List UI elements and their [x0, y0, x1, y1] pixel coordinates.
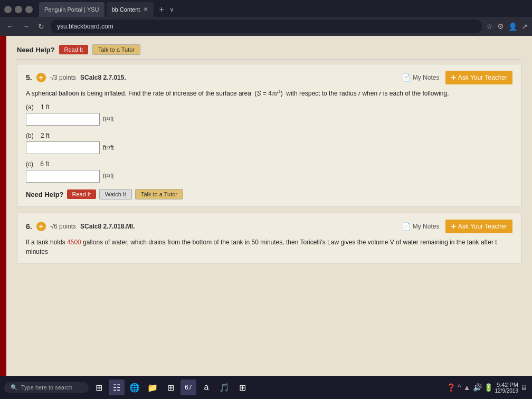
tray-network-icon[interactable]: ▲ — [463, 383, 471, 392]
tray-time-display: 9:42 PM 12/9/2019 — [495, 382, 519, 394]
question-5-need-help-bar: Need Help? Read It Watch It Talk to a Tu… — [26, 189, 512, 200]
main-content: Need Help? Read It Talk to a Tutor 5. + … — [6, 36, 532, 376]
question-6-section: 6. + -/6 points SCalc8 2.7.018.MI. 📄 My … — [17, 213, 521, 263]
part-c-input[interactable] — [26, 170, 100, 183]
question-5-number: 5. — [26, 73, 32, 82]
question-5-header: 5. + -/3 points SCalc8 2.7.015. 📄 My Not… — [26, 71, 512, 84]
part-c-unit: ft²/ft — [103, 173, 114, 180]
maximize-icon[interactable] — [15, 6, 22, 13]
close-icon[interactable] — [25, 6, 33, 13]
settings-icon[interactable]: ⚙ — [497, 22, 504, 31]
question-6-plus-icon: + — [36, 222, 46, 231]
question-5-ask-teacher-button[interactable]: + Ask Your Teacher — [445, 71, 512, 84]
refresh-button[interactable]: ↻ — [36, 21, 46, 32]
top-talk-to-tutor-button[interactable]: Talk to a Tutor — [92, 44, 140, 55]
gallons-highlight: 4500 — [67, 239, 81, 246]
question-6-problem-text: If a tank holds 4500 gallons of water, w… — [26, 238, 512, 256]
question-6-my-notes-button[interactable]: 📄 My Notes — [402, 222, 440, 231]
part-b-unit: ft²/ft — [103, 144, 114, 151]
notes-icon: 📄 — [402, 73, 411, 82]
part-c-input-row: ft²/ft — [26, 170, 512, 183]
user-icon[interactable]: 👤 — [508, 22, 517, 31]
question-5-talk-to-tutor-button[interactable]: Talk to a Tutor — [135, 189, 183, 200]
url-bar[interactable] — [51, 20, 482, 33]
forward-button[interactable]: → — [20, 21, 32, 32]
tray-battery-icon[interactable]: 🔋 — [484, 383, 493, 392]
question-5-actions: 📄 My Notes + Ask Your Teacher — [402, 71, 512, 84]
tab-close-icon[interactable]: ✕ — [143, 6, 148, 13]
tab-penguin-portal[interactable]: Penguin Portal | YSU — [39, 2, 104, 17]
minimize-icon[interactable] — [4, 6, 12, 13]
question-6-number-row: 6. + -/6 points SCalc8 2.7.018.MI. — [26, 222, 135, 231]
tab-bar: Penguin Portal | YSU bb Content ✕ + ∨ — [0, 0, 532, 17]
back-button[interactable]: ← — [4, 21, 16, 32]
taskbar-icon-music[interactable]: 🎵 — [216, 379, 232, 395]
part-b-input-row: ft²/ft — [26, 141, 512, 154]
browser-toolbar-icons: ☆ ⚙ 👤 ↗ — [486, 22, 528, 31]
question-6-ask-teacher-label: Ask Your Teacher — [458, 223, 507, 230]
top-read-it-button[interactable]: Read It — [59, 45, 88, 54]
question-5-points: -/3 points — [50, 74, 76, 81]
question-6-problem-id: SCalc8 2.7.018.MI. — [80, 223, 135, 230]
question-5-part-c: (c) 6 ft ft²/ft — [26, 160, 512, 183]
question-5-part-b: (b) 2 ft ft²/ft — [26, 132, 512, 154]
tab-label-penguin: Penguin Portal | YSU — [44, 6, 99, 13]
ask-teacher-plus-icon-6: + — [451, 222, 455, 231]
question-5-section: 5. + -/3 points SCalc8 2.7.015. 📄 My Not… — [17, 64, 521, 206]
question-5-watch-it-button[interactable]: Watch It — [99, 189, 132, 200]
question-6-actions: 📄 My Notes + Ask Your Teacher — [402, 220, 512, 233]
part-a-input[interactable] — [26, 113, 100, 126]
star-icon[interactable]: ☆ — [486, 22, 493, 31]
question-5-number-row: 5. + -/3 points SCalc8 2.7.015. — [26, 73, 126, 82]
tab-content[interactable]: bb Content ✕ — [107, 2, 154, 17]
search-placeholder: Type here to search — [21, 384, 72, 391]
tab-chevron[interactable]: ∨ — [169, 6, 174, 13]
share-icon[interactable]: ↗ — [521, 22, 528, 31]
question-5-part-a: (a) 1 ft ft²/ft — [26, 103, 512, 126]
notes-icon-6: 📄 — [402, 222, 411, 231]
taskbar-icon-grid[interactable]: ⊞ — [234, 379, 250, 395]
tray-chevron-icon[interactable]: ^ — [458, 383, 461, 392]
tray-question-icon[interactable]: ❓ — [446, 383, 455, 392]
question-6-notes-label: My Notes — [413, 223, 440, 230]
window-controls — [4, 6, 33, 13]
tray-date: 12/9/2019 — [495, 388, 519, 394]
taskbar-search-box[interactable]: 🔍 Type here to search — [4, 382, 89, 393]
taskbar-edge-icon[interactable]: 🌐 — [127, 379, 142, 395]
tab-label-content: bb Content — [112, 6, 140, 13]
part-a-unit: ft²/ft — [103, 116, 114, 123]
question-6-header: 6. + -/6 points SCalc8 2.7.018.MI. 📄 My … — [26, 220, 512, 233]
question-5-problem-id: SCalc8 2.7.015. — [80, 74, 126, 81]
taskbar-icon-a[interactable]: a — [198, 379, 214, 395]
question-6-points: -/6 points — [50, 223, 76, 230]
new-tab-button[interactable]: + — [156, 5, 167, 14]
question-5-ask-teacher-label: Ask Your Teacher — [458, 74, 507, 81]
top-need-help-bar: Need Help? Read It Talk to a Tutor — [17, 40, 521, 60]
address-bar-row: ← → ↻ ☆ ⚙ 👤 ↗ — [0, 17, 532, 36]
question-5-notes-label: My Notes — [413, 74, 440, 81]
question-6-ask-teacher-button[interactable]: + Ask Your Teacher — [445, 220, 512, 233]
taskbar-start-button[interactable]: ⊞ — [91, 379, 107, 395]
taskbar-icon-67[interactable]: 67 — [180, 379, 196, 395]
part-b-label: (b) 2 ft — [26, 132, 512, 139]
tray-notification-icon[interactable]: 🖥 — [520, 383, 528, 392]
question-5-problem-text: A spherical balloon is being inflated. F… — [26, 89, 512, 98]
question-6-number: 6. — [26, 222, 32, 231]
taskbar-task-view[interactable]: ☷ — [109, 379, 125, 395]
part-c-label: (c) 6 ft — [26, 160, 512, 168]
question-5-my-notes-button[interactable]: 📄 My Notes — [402, 73, 440, 82]
part-b-input[interactable] — [26, 141, 100, 154]
question-5-read-it-button[interactable]: Read It — [67, 189, 96, 199]
tray-volume-icon[interactable]: 🔊 — [473, 383, 482, 392]
red-sidebar-bar — [0, 36, 6, 376]
taskbar-store-icon[interactable]: ⊞ — [163, 379, 178, 395]
browser-chrome: Penguin Portal | YSU bb Content ✕ + ∨ ← … — [0, 0, 532, 36]
tray-time: 9:42 PM — [495, 382, 519, 388]
ask-teacher-plus-icon: + — [451, 73, 455, 82]
part-a-input-row: ft²/ft — [26, 113, 512, 126]
taskbar: 🔍 Type here to search ⊞ ☷ 🌐 📁 ⊞ 67 a 🎵 ⊞… — [0, 376, 532, 399]
question-5-need-help-label: Need Help? — [26, 191, 64, 198]
question-5-plus-icon: + — [36, 73, 46, 82]
taskbar-explorer-icon[interactable]: 📁 — [145, 379, 160, 395]
top-need-help-label: Need Help? — [17, 46, 55, 54]
